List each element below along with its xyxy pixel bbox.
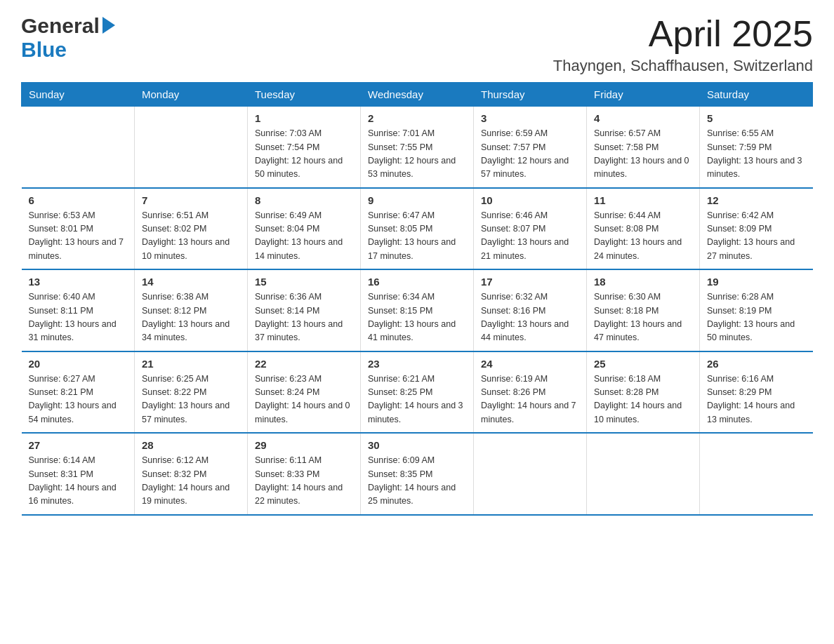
- day-number: 7: [142, 194, 240, 206]
- day-info: Sunrise: 6:19 AM Sunset: 8:26 PM Dayligh…: [481, 373, 579, 427]
- day-number: 26: [707, 358, 806, 370]
- calendar-cell: 29Sunrise: 6:11 AM Sunset: 8:33 PM Dayli…: [248, 433, 361, 515]
- day-info: Sunrise: 6:40 AM Sunset: 8:11 PM Dayligh…: [29, 290, 128, 345]
- day-info: Sunrise: 6:28 AM Sunset: 8:19 PM Dayligh…: [707, 290, 806, 345]
- calendar-cell: [135, 107, 248, 188]
- calendar-header-sunday: Sunday: [22, 83, 135, 107]
- day-info: Sunrise: 6:49 AM Sunset: 8:04 PM Dayligh…: [255, 209, 353, 264]
- calendar-cell: 20Sunrise: 6:27 AM Sunset: 8:21 PM Dayli…: [22, 351, 135, 434]
- day-number: 14: [142, 276, 240, 288]
- calendar-week-row: 1Sunrise: 7:03 AM Sunset: 7:54 PM Daylig…: [22, 107, 813, 188]
- calendar-week-row: 13Sunrise: 6:40 AM Sunset: 8:11 PM Dayli…: [22, 269, 813, 351]
- day-info: Sunrise: 6:34 AM Sunset: 8:15 PM Dayligh…: [368, 290, 466, 345]
- day-number: 19: [707, 276, 806, 288]
- day-number: 28: [142, 439, 240, 451]
- day-number: 9: [368, 194, 466, 206]
- logo-flag-icon: [102, 17, 115, 34]
- day-info: Sunrise: 6:11 AM Sunset: 8:33 PM Dayligh…: [255, 454, 353, 509]
- day-number: 4: [594, 112, 692, 124]
- day-number: 24: [481, 358, 579, 370]
- day-number: 1: [255, 112, 353, 124]
- day-number: 16: [368, 276, 466, 288]
- calendar-cell: 2Sunrise: 7:01 AM Sunset: 7:55 PM Daylig…: [361, 107, 474, 188]
- day-number: 3: [481, 112, 579, 124]
- calendar-week-row: 20Sunrise: 6:27 AM Sunset: 8:21 PM Dayli…: [22, 351, 813, 434]
- day-number: 15: [255, 276, 353, 288]
- calendar-header-tuesday: Tuesday: [248, 83, 361, 107]
- calendar-cell: 19Sunrise: 6:28 AM Sunset: 8:19 PM Dayli…: [700, 269, 813, 351]
- calendar-cell: 3Sunrise: 6:59 AM Sunset: 7:57 PM Daylig…: [474, 107, 587, 188]
- calendar-cell: 28Sunrise: 6:12 AM Sunset: 8:32 PM Dayli…: [135, 433, 248, 515]
- day-info: Sunrise: 6:47 AM Sunset: 8:05 PM Dayligh…: [368, 209, 466, 264]
- day-number: 25: [594, 358, 692, 370]
- day-info: Sunrise: 6:16 AM Sunset: 8:29 PM Dayligh…: [707, 373, 806, 427]
- calendar-cell: [700, 433, 813, 515]
- calendar-cell: 26Sunrise: 6:16 AM Sunset: 8:29 PM Dayli…: [700, 351, 813, 434]
- day-number: 17: [481, 276, 579, 288]
- day-info: Sunrise: 6:25 AM Sunset: 8:22 PM Dayligh…: [142, 373, 240, 427]
- logo-general-text: General: [21, 14, 100, 38]
- calendar-cell: [474, 433, 587, 515]
- day-number: 5: [707, 112, 806, 124]
- day-info: Sunrise: 6:51 AM Sunset: 8:02 PM Dayligh…: [142, 209, 240, 264]
- day-info: Sunrise: 6:12 AM Sunset: 8:32 PM Dayligh…: [142, 454, 240, 509]
- calendar-header-saturday: Saturday: [700, 83, 813, 107]
- calendar-cell: 15Sunrise: 6:36 AM Sunset: 8:14 PM Dayli…: [248, 269, 361, 351]
- calendar-header-monday: Monday: [135, 83, 248, 107]
- day-info: Sunrise: 6:23 AM Sunset: 8:24 PM Dayligh…: [255, 373, 353, 427]
- calendar-cell: 14Sunrise: 6:38 AM Sunset: 8:12 PM Dayli…: [135, 269, 248, 351]
- calendar-header-thursday: Thursday: [474, 83, 587, 107]
- title-area: April 2025 Thayngen, Schaffhausen, Switz…: [553, 14, 813, 75]
- day-info: Sunrise: 6:21 AM Sunset: 8:25 PM Dayligh…: [368, 373, 466, 427]
- calendar-cell: 22Sunrise: 6:23 AM Sunset: 8:24 PM Dayli…: [248, 351, 361, 434]
- calendar-cell: 25Sunrise: 6:18 AM Sunset: 8:28 PM Dayli…: [587, 351, 700, 434]
- day-number: 13: [29, 276, 128, 288]
- calendar-cell: 8Sunrise: 6:49 AM Sunset: 8:04 PM Daylig…: [248, 188, 361, 270]
- day-info: Sunrise: 6:32 AM Sunset: 8:16 PM Dayligh…: [481, 290, 579, 345]
- day-info: Sunrise: 6:14 AM Sunset: 8:31 PM Dayligh…: [29, 454, 128, 509]
- calendar-cell: 18Sunrise: 6:30 AM Sunset: 8:18 PM Dayli…: [587, 269, 700, 351]
- calendar-cell: 24Sunrise: 6:19 AM Sunset: 8:26 PM Dayli…: [474, 351, 587, 434]
- calendar-cell: 23Sunrise: 6:21 AM Sunset: 8:25 PM Dayli…: [361, 351, 474, 434]
- calendar-week-row: 27Sunrise: 6:14 AM Sunset: 8:31 PM Dayli…: [22, 433, 813, 515]
- calendar-cell: 12Sunrise: 6:42 AM Sunset: 8:09 PM Dayli…: [700, 188, 813, 270]
- calendar-cell: 30Sunrise: 6:09 AM Sunset: 8:35 PM Dayli…: [361, 433, 474, 515]
- day-number: 22: [255, 358, 353, 370]
- calendar-cell: 4Sunrise: 6:57 AM Sunset: 7:58 PM Daylig…: [587, 107, 700, 188]
- calendar-cell: [587, 433, 700, 515]
- calendar-cell: 17Sunrise: 6:32 AM Sunset: 8:16 PM Dayli…: [474, 269, 587, 351]
- day-info: Sunrise: 6:09 AM Sunset: 8:35 PM Dayligh…: [368, 454, 466, 509]
- calendar-cell: 6Sunrise: 6:53 AM Sunset: 8:01 PM Daylig…: [22, 188, 135, 270]
- day-info: Sunrise: 6:42 AM Sunset: 8:09 PM Dayligh…: [707, 209, 806, 264]
- day-info: Sunrise: 6:46 AM Sunset: 8:07 PM Dayligh…: [481, 209, 579, 264]
- calendar-cell: 11Sunrise: 6:44 AM Sunset: 8:08 PM Dayli…: [587, 188, 700, 270]
- day-info: Sunrise: 7:01 AM Sunset: 7:55 PM Dayligh…: [368, 127, 466, 182]
- page-header: General Blue April 2025 Thayngen, Schaff…: [21, 14, 813, 75]
- day-number: 6: [29, 194, 128, 206]
- calendar-header-friday: Friday: [587, 83, 700, 107]
- logo: General Blue: [21, 14, 115, 62]
- calendar-table: SundayMondayTuesdayWednesdayThursdayFrid…: [21, 82, 813, 516]
- calendar-cell: 13Sunrise: 6:40 AM Sunset: 8:11 PM Dayli…: [22, 269, 135, 351]
- day-info: Sunrise: 6:57 AM Sunset: 7:58 PM Dayligh…: [594, 127, 692, 182]
- day-number: 29: [255, 439, 353, 451]
- calendar-cell: 27Sunrise: 6:14 AM Sunset: 8:31 PM Dayli…: [22, 433, 135, 515]
- calendar-cell: [22, 107, 135, 188]
- day-number: 18: [594, 276, 692, 288]
- day-number: 20: [29, 358, 128, 370]
- day-info: Sunrise: 6:27 AM Sunset: 8:21 PM Dayligh…: [29, 373, 128, 427]
- calendar-cell: 10Sunrise: 6:46 AM Sunset: 8:07 PM Dayli…: [474, 188, 587, 270]
- calendar-header-row: SundayMondayTuesdayWednesdayThursdayFrid…: [22, 83, 813, 107]
- day-info: Sunrise: 6:53 AM Sunset: 8:01 PM Dayligh…: [29, 209, 128, 264]
- logo-blue-text: Blue: [21, 38, 67, 62]
- day-info: Sunrise: 6:36 AM Sunset: 8:14 PM Dayligh…: [255, 290, 353, 345]
- month-year-title: April 2025: [553, 14, 813, 54]
- day-number: 8: [255, 194, 353, 206]
- calendar-cell: 16Sunrise: 6:34 AM Sunset: 8:15 PM Dayli…: [361, 269, 474, 351]
- calendar-cell: 5Sunrise: 6:55 AM Sunset: 7:59 PM Daylig…: [700, 107, 813, 188]
- day-number: 23: [368, 358, 466, 370]
- day-info: Sunrise: 6:44 AM Sunset: 8:08 PM Dayligh…: [594, 209, 692, 264]
- day-info: Sunrise: 6:55 AM Sunset: 7:59 PM Dayligh…: [707, 127, 806, 182]
- calendar-cell: 21Sunrise: 6:25 AM Sunset: 8:22 PM Dayli…: [135, 351, 248, 434]
- day-number: 27: [29, 439, 128, 451]
